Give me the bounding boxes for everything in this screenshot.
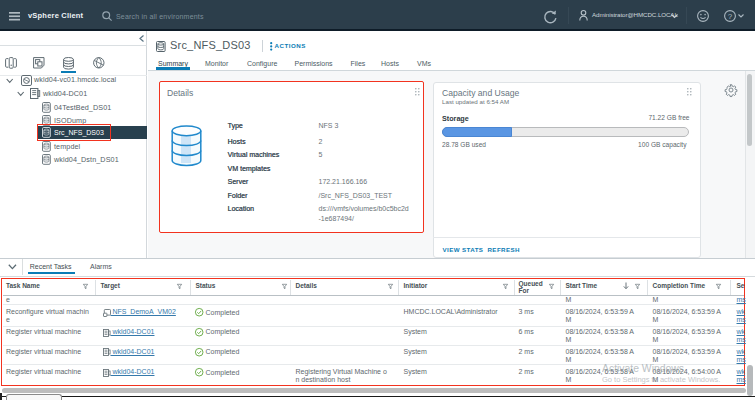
svg-text:?: ? xyxy=(727,11,732,20)
